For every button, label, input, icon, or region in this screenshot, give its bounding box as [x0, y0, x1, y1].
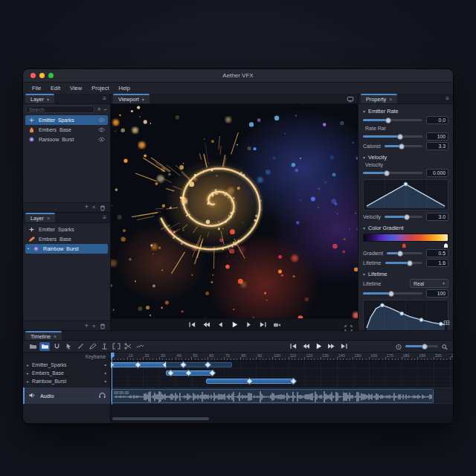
folder-tool[interactable]	[28, 342, 38, 351]
rate-bar-slider[interactable]	[363, 135, 422, 138]
pen-tool[interactable]	[87, 342, 97, 351]
panel-options-icon[interactable]	[443, 315, 450, 329]
caret-right-icon[interactable]: ▸	[27, 379, 29, 384]
track-header-rainbow_burst[interactable]: ▸Rainbow_Burst•	[23, 377, 110, 385]
layer-item-embers_base[interactable]: Embers_Base	[25, 234, 108, 244]
headphones-icon[interactable]	[98, 392, 106, 400]
keyframe-dot-icon[interactable]: •	[105, 370, 106, 376]
panel-menu-icon[interactable]: ≡	[103, 215, 106, 221]
layer-item-emitter_sparks[interactable]: Emitter_Sparks	[25, 115, 108, 125]
playhead[interactable]	[112, 353, 112, 405]
search-input[interactable]	[26, 106, 94, 113]
magnet-tool[interactable]	[51, 342, 62, 351]
chevron-down-icon[interactable]: ▾	[47, 97, 49, 102]
eye-icon[interactable]	[97, 117, 106, 123]
wave-tool[interactable]	[135, 342, 145, 351]
clip[interactable]	[166, 362, 232, 367]
jump-end-button[interactable]	[339, 342, 349, 350]
tab-layer-top[interactable]: Layer ▾	[25, 94, 54, 103]
gradient-stop-1[interactable]	[402, 243, 406, 248]
lifetime-amount-slider[interactable]	[363, 292, 422, 295]
eye-icon[interactable]	[97, 126, 106, 133]
audio-track-header[interactable]: Audio	[23, 387, 110, 404]
velocity-b-value[interactable]: 3.0	[426, 213, 448, 221]
list-icon[interactable]: ≡	[92, 324, 95, 329]
chevron-down-icon[interactable]: ▾	[142, 97, 144, 102]
anchor-tool[interactable]	[99, 342, 109, 351]
section-color-gradient[interactable]: ▾Color Gradient	[358, 223, 453, 232]
layer-item-ranioow_burst[interactable]: Ranioow_Burst	[25, 135, 108, 144]
add-icon[interactable]: +	[85, 204, 89, 210]
lifetime-mode-select[interactable]: Real ▾	[410, 279, 448, 288]
scissors-tool[interactable]	[123, 342, 133, 351]
scrollbar-thumb[interactable]	[112, 417, 209, 420]
audio-clip[interactable]: 00:00:00	[111, 389, 434, 403]
velocity-value[interactable]: 0.000	[426, 169, 448, 177]
lifetime-amount-value[interactable]: 100	[426, 289, 448, 298]
jump-start-button[interactable]	[187, 321, 197, 329]
tab-viewport[interactable]: Viewport ▾	[113, 94, 149, 103]
caret-right-icon[interactable]: ▸	[27, 362, 29, 367]
magnifier-icon[interactable]	[441, 340, 448, 353]
velocity-curve[interactable]	[363, 179, 448, 210]
remove-layer-button[interactable]: −	[103, 106, 107, 113]
keyframe-dot-icon[interactable]: •	[105, 362, 106, 367]
eye-icon[interactable]	[97, 136, 106, 143]
layer-item-rainbow_burst[interactable]: •Rainbow_Burst	[25, 244, 108, 254]
gradient-stop-2[interactable]	[444, 243, 448, 248]
section-velocity[interactable]: ▾Velocity	[358, 152, 453, 161]
folder-open-tool[interactable]	[39, 342, 50, 351]
fast-forward-button[interactable]	[327, 342, 336, 350]
menu-project[interactable]: Project	[91, 85, 109, 91]
clock-icon[interactable]	[395, 340, 402, 353]
close-icon[interactable]: ×	[54, 334, 57, 339]
menu-file[interactable]: File	[32, 85, 41, 91]
menu-edit[interactable]: Edit	[51, 85, 60, 91]
play-button[interactable]	[230, 321, 239, 329]
emitter-rate-value[interactable]: 0.0	[426, 116, 448, 124]
emitter-rate-slider[interactable]	[363, 119, 422, 121]
track-lane-rainbow_burst[interactable]	[111, 377, 453, 385]
visibility-dot-icon[interactable]: •	[28, 246, 29, 251]
menu-view[interactable]: View	[70, 85, 82, 91]
layer-item-embers_base[interactable]: Embers_Base	[25, 125, 108, 135]
close-icon[interactable]: ×	[47, 216, 50, 221]
tab-layer-bottom[interactable]: Layer ×	[25, 213, 55, 222]
tab-timeline[interactable]: Timeline ×	[25, 331, 62, 340]
jump-start-button[interactable]	[289, 342, 298, 350]
fast-rewind-button[interactable]	[202, 321, 211, 329]
step-forward-button[interactable]	[244, 321, 254, 329]
timeline-ruler[interactable]: 0102030405060708090100110120130140150160…	[111, 353, 453, 361]
frame-tool[interactable]	[111, 342, 121, 351]
calonst-slider[interactable]	[385, 145, 422, 147]
gradient-value[interactable]: 0.5	[426, 249, 448, 257]
add-icon[interactable]: +	[85, 323, 89, 329]
layer-item-emitter_sparks[interactable]: Emitter_Sparks	[25, 225, 108, 234]
play-button[interactable]	[314, 342, 324, 350]
gradient-stop-0[interactable]	[364, 243, 367, 248]
cg-lifetime-value[interactable]: 1.6	[426, 259, 448, 267]
section-lifetime[interactable]: ▾Lifetime	[358, 269, 453, 278]
close-icon[interactable]: ×	[389, 97, 392, 102]
section-emitter-rate[interactable]: ▾Emitter Rate	[358, 106, 453, 115]
menu-help[interactable]: Help	[119, 85, 130, 91]
list-icon[interactable]: ≡	[92, 205, 95, 210]
caret-right-icon[interactable]: ▸	[27, 370, 29, 376]
track-lane-emitter_sparks[interactable]	[111, 361, 453, 369]
calonst-value[interactable]: 3.3	[426, 142, 448, 150]
track-header-emitter_sparks[interactable]: ▸Emitter_Sparks•	[23, 361, 110, 369]
timeline-lanes[interactable]: 0102030405060708090100110120130140150160…	[111, 353, 453, 423]
velocity-b-slider[interactable]	[385, 216, 422, 218]
camera-button[interactable]	[272, 321, 282, 329]
cg-lifetime-slider[interactable]	[385, 262, 422, 264]
track-header-embers_base[interactable]: ▸Embers_Base•	[23, 369, 110, 377]
velocity-slider[interactable]	[363, 172, 422, 174]
cursor-tool[interactable]	[63, 342, 74, 351]
timeline-zoom-slider[interactable]	[405, 345, 438, 347]
panel-menu-icon[interactable]: ≡	[446, 96, 449, 102]
fast-rewind-button[interactable]	[301, 342, 311, 350]
jump-end-button[interactable]	[258, 321, 268, 329]
gradient-slider[interactable]	[387, 252, 422, 254]
viewport-display-icon[interactable]	[347, 96, 354, 104]
tab-property[interactable]: Property ×	[361, 94, 397, 103]
